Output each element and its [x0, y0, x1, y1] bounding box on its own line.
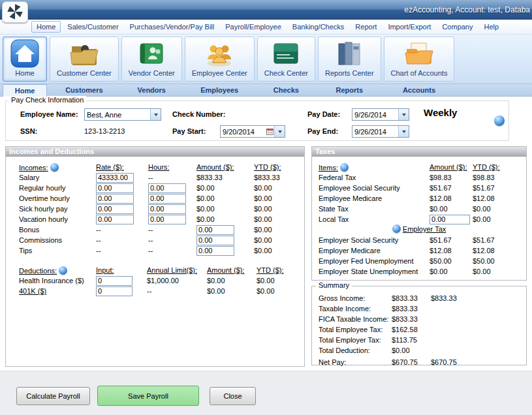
reports-center-icon [334, 38, 364, 69]
deductions-col-ytd: YTD ($): [257, 266, 301, 274]
pay-start-picker[interactable]: 9/20/2014 [220, 125, 285, 138]
income-label: Salary [19, 174, 96, 181]
pay-date-label: Pay Date: [307, 110, 340, 118]
menu-item-banking-checks[interactable]: Banking/Checks [288, 22, 349, 32]
tax-row-local: Local Tax $0.00 [312, 214, 526, 224]
tab-checks[interactable]: Checks [257, 84, 315, 97]
tax-label: Local Tax [319, 215, 430, 223]
titlebar[interactable]: ezAccounting, Account: test, Databa [0, 0, 532, 20]
chevron-down-icon[interactable] [398, 109, 409, 120]
summary-value: $113.75 [392, 336, 431, 344]
tab-customers[interactable]: Customers [50, 84, 119, 97]
income-row-salary: Salary -- $833.33 $833.33 [6, 172, 304, 183]
ssn-label: SSN: [20, 127, 37, 135]
close-button[interactable]: Close [210, 387, 256, 405]
incomes-col-rate: Rate ($): [96, 163, 148, 171]
ssn-value: 123-13-2213 [84, 127, 125, 135]
toolbar-button-label: Customer Center [57, 69, 112, 77]
tax-label: Employee Social Security [319, 184, 430, 192]
overtime-hourly-rate-input[interactable] [96, 194, 134, 204]
employee-name-select[interactable]: Best, Anne [84, 108, 161, 121]
paycheck-help-icon[interactable] [494, 115, 505, 126]
toolbar-button-label: Reports Center [325, 69, 374, 77]
toolbar-col-accounts: Chart of Accounts Accounts [384, 37, 455, 97]
regular-hourly-rate-input[interactable] [96, 183, 134, 193]
tax-ytd: $0.00 [473, 205, 520, 213]
taxes-help-icon[interactable] [340, 163, 349, 172]
income-amount: $0.00 [196, 184, 254, 192]
tab-accounts[interactable]: Accounts [384, 84, 455, 97]
vacation-hourly-hours-input[interactable] [148, 215, 186, 224]
summary-value: $833.33 [392, 315, 431, 323]
menu-item-home[interactable]: Home [31, 21, 61, 33]
incomes-col-amount: Amount ($): [196, 163, 254, 171]
local-tax-input[interactable] [430, 215, 470, 224]
tab-employees[interactable]: Employees [185, 84, 255, 97]
sick-hourly-rate-input[interactable] [96, 204, 134, 214]
deduction-row-401k: 401K ($) -- $0.00 $0.00 [6, 286, 304, 296]
income-ytd: $0.00 [254, 247, 304, 254]
deductions-header-row: Deductions: Input: Annual Limit($): Amou… [6, 265, 304, 275]
toolbar-button-check-center[interactable]: Check Center [257, 37, 315, 82]
chevron-down-icon[interactable] [274, 126, 285, 137]
chevron-down-icon[interactable] [150, 109, 161, 120]
income-ytd: $0.00 [254, 194, 304, 202]
tax-label: Federal Tax [319, 174, 430, 181]
summary-row-total-deduction: Total Deduction: $0.00 [312, 345, 526, 356]
app-icon[interactable] [2, 1, 28, 23]
menu-item-sales-customer[interactable]: Sales/Customer [63, 22, 123, 32]
menu-item-help[interactable]: Help [479, 22, 503, 32]
incomes-help-icon[interactable] [50, 163, 59, 172]
salary-rate-input[interactable] [96, 173, 134, 183]
toolbar-button-customer-center[interactable]: Customer Center [50, 37, 119, 82]
toolbar-button-home[interactable]: Home [3, 37, 47, 82]
menu-item-import-export[interactable]: Import/Export [383, 22, 435, 32]
summary-value: $833.33 [392, 294, 431, 302]
chevron-down-icon[interactable] [398, 126, 409, 137]
regular-hourly-hours-input[interactable] [148, 183, 186, 193]
income-rate: -- [96, 236, 148, 244]
pinwheel-icon [6, 3, 24, 22]
pay-date-select[interactable]: 9/26/2014 [352, 108, 409, 121]
menu-item-purchases-vendor-pay-bill[interactable]: Purchases/Vendor/Pay Bill [125, 22, 219, 32]
toolbar-button-chart-of-accounts[interactable]: Chart of Accounts [384, 37, 455, 82]
menu-item-report[interactable]: Report [351, 22, 381, 32]
toolbar-button-vendor-center[interactable]: Vendor Center [121, 37, 182, 82]
tab-reports[interactable]: Reports [318, 84, 381, 97]
income-ytd: $0.00 [254, 226, 304, 234]
deduction-ytd: $0.00 [257, 287, 301, 295]
menu-item-payroll-employee[interactable]: Payroll/Employee [221, 22, 286, 32]
income-amount: $0.00 [196, 194, 254, 202]
toolbar-button-reports-center[interactable]: Reports Center [318, 37, 381, 82]
income-ytd: $0.00 [254, 236, 304, 244]
summary-row-net-pay: Net Pay: $670.75 $670.75 [312, 357, 526, 367]
pay-end-select[interactable]: 9/26/2014 [352, 125, 409, 138]
tax-amount: $0.00 [430, 205, 473, 213]
main-content: Pay Check Information Employee Name: Bes… [0, 97, 532, 371]
tab-home[interactable]: Home [3, 84, 47, 97]
vacation-hourly-rate-input[interactable] [96, 215, 134, 224]
income-label: Vacation hourly [19, 215, 96, 223]
tax-ytd: $51.67 [473, 184, 520, 192]
tax-amount: $51.67 [430, 236, 473, 244]
tax-ytd: $51.67 [473, 236, 520, 244]
tab-vendors[interactable]: Vendors [121, 84, 182, 97]
toolbar-button-employee-center[interactable]: Employee Center [185, 37, 255, 82]
employer-tax-help-icon[interactable] [392, 224, 401, 233]
employee-center-icon [204, 38, 234, 69]
401k-input[interactable] [96, 286, 133, 296]
summary-label: Total Employee Tax: [319, 326, 392, 333]
bonus-amount-input[interactable] [196, 225, 234, 235]
health-insurance-input[interactable] [96, 276, 133, 286]
sick-hourly-hours-input[interactable] [148, 204, 186, 214]
overtime-hourly-hours-input[interactable] [148, 194, 186, 204]
deductions-help-icon[interactable] [59, 266, 67, 275]
income-row-sick-hourly-pay: Sick hourly pay $0.00 $0.00 [6, 204, 304, 214]
commissions-amount-input[interactable] [196, 236, 234, 245]
deduction-401k-link[interactable]: 401K ($) [19, 287, 96, 295]
menu-item-company[interactable]: Company [437, 22, 477, 32]
tips-amount-input[interactable] [196, 246, 234, 256]
income-ytd: $833.33 [254, 174, 304, 181]
save-payroll-button[interactable]: Save Payroll [97, 386, 199, 406]
calculate-payroll-button[interactable]: Calculate Payroll [16, 387, 90, 405]
